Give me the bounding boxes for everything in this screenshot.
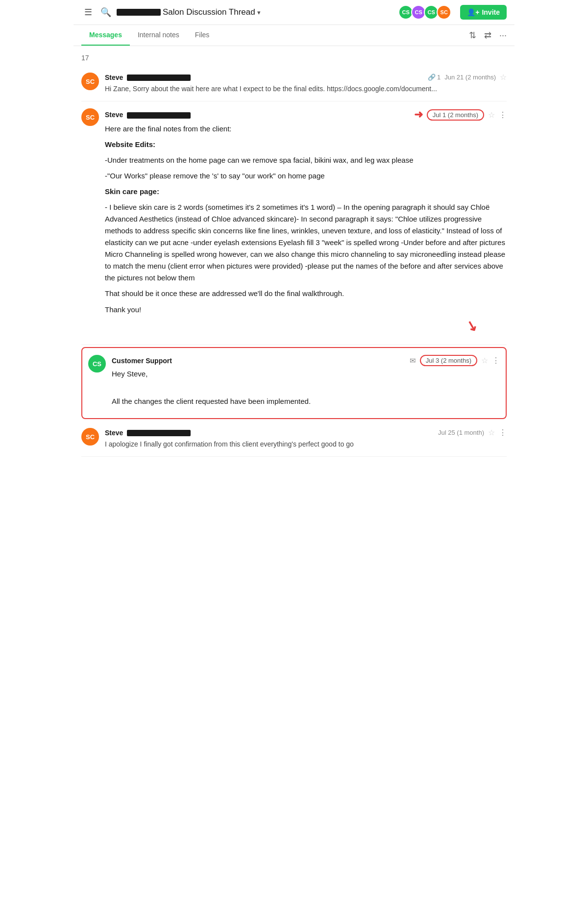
avatar-msg1: SC (81, 73, 99, 90)
message-3-content: Hey Steve, All the changes the client re… (112, 368, 500, 407)
annotation-arrow-down-container: ↘ (105, 318, 507, 334)
sender-name-4-redacted (127, 430, 191, 436)
msg2-website-title: Website Edits: (105, 139, 507, 150)
message-3-body: Customer Support ✉ Jul 3 (2 months) ☆ ⋮ … (112, 355, 500, 411)
app-header: ☰ 🔍 Salon Discussion Thread ▾ CS CS CS S… (74, 0, 514, 25)
avatar-sc: SC (437, 5, 451, 20)
message-1: SC Steve 🔗 1 Jun 21 (2 months) ☆ Hi Zane… (81, 66, 507, 101)
message-4-body: Steve Jul 25 (1 month) ☆ ⋮ I apologize I… (105, 428, 507, 449)
msg3-body: All the changes the client requested hav… (112, 396, 500, 407)
conversation-title: Salon Discussion Thread ▾ (117, 7, 261, 17)
invite-label: Invite (482, 8, 500, 16)
message-3-header: Customer Support ✉ Jul 3 (2 months) ☆ ⋮ (112, 355, 500, 366)
annotation-arrow-down: ↘ (464, 317, 479, 335)
timestamp-1: Jun 21 (2 months) (444, 74, 496, 81)
website-edits-title: Website Edits: (105, 140, 155, 149)
sender-name-2: Steve (105, 111, 191, 119)
message-2-body: Steve ➜ Jul 1 (2 months) ☆ ⋮ Here are th… (105, 108, 507, 338)
message-1-body: Steve 🔗 1 Jun 21 (2 months) ☆ Hi Zane, S… (105, 73, 507, 94)
more-2[interactable]: ⋮ (499, 110, 507, 120)
sort-icon[interactable]: ⇅ (469, 30, 476, 41)
link-icon: 🔗 (428, 74, 436, 81)
link-count-1: 🔗 1 (428, 74, 441, 81)
email-icon: ✉ (410, 356, 416, 365)
tab-actions: ⇅ ⇄ ··· (469, 30, 507, 41)
avatar-msg2: SC (81, 108, 99, 126)
sender-name-4: Steve (105, 429, 191, 437)
thread-count: 17 (74, 46, 514, 66)
message-4-header: Steve Jul 25 (1 month) ☆ ⋮ (105, 428, 507, 437)
tab-internal-notes[interactable]: Internal notes (130, 25, 187, 46)
message-4: SC Steve Jul 25 (1 month) ☆ ⋮ I apologiz… (81, 421, 507, 457)
timestamp-4: Jul 25 (1 month) (438, 429, 484, 436)
refresh-icon[interactable]: ⇄ (484, 30, 491, 41)
message-2-content: Here are the final notes from the client… (105, 123, 507, 299)
more-4[interactable]: ⋮ (499, 428, 507, 437)
message-3-meta: ✉ Jul 3 (2 months) ☆ ⋮ (410, 355, 500, 366)
message-2-meta: ➜ Jul 1 (2 months) ☆ ⋮ (414, 108, 507, 121)
timestamp-3: Jul 3 (2 months) (420, 355, 477, 366)
header-left: ☰ 🔍 Salon Discussion Thread ▾ (81, 5, 393, 19)
title-text: Salon Discussion Thread (163, 7, 255, 17)
search-button[interactable]: 🔍 (99, 5, 113, 19)
message-2: SC Steve ➜ Jul 1 (2 months) ☆ ⋮ Here are… (81, 101, 507, 345)
sender-name-3: Customer Support (112, 357, 172, 365)
title-chevron-icon[interactable]: ▾ (257, 9, 261, 16)
tab-messages[interactable]: Messages (81, 25, 130, 46)
star-3[interactable]: ☆ (481, 356, 488, 365)
tab-files[interactable]: Files (187, 25, 218, 46)
msg2-closing: That should be it once these are address… (105, 288, 507, 299)
star-2[interactable]: ☆ (488, 110, 495, 120)
avatar-msg4: SC (81, 428, 99, 446)
message-1-header: Steve 🔗 1 Jun 21 (2 months) ☆ (105, 73, 507, 82)
msg2-website-item-2: -"Our Works" please remove the 's' to sa… (105, 170, 507, 182)
link-count-value: 1 (437, 74, 441, 81)
timestamp-2: Jul 1 (2 months) (427, 109, 484, 121)
message-2-header: Steve ➜ Jul 1 (2 months) ☆ ⋮ (105, 108, 507, 121)
more-icon[interactable]: ··· (499, 30, 507, 41)
message-1-meta: 🔗 1 Jun 21 (2 months) ☆ (428, 73, 507, 82)
invite-button[interactable]: 👤+ Invite (460, 5, 507, 20)
msg2-skincare-title: Skin care page: (105, 186, 507, 198)
tab-bar: Messages Internal notes Files ⇅ ⇄ ··· (74, 25, 514, 46)
star-4[interactable]: ☆ (488, 428, 495, 437)
sender-name-2-redacted (127, 112, 191, 119)
title-redacted (117, 9, 161, 16)
participant-avatars: CS CS CS SC (398, 5, 451, 20)
message-3: CS Customer Support ✉ Jul 3 (2 months) ☆… (81, 347, 507, 419)
msg2-signoff: Thank you! (105, 305, 507, 314)
star-1[interactable]: ☆ (500, 73, 507, 82)
more-3[interactable]: ⋮ (492, 356, 500, 365)
annotation-arrow-right: ➜ (414, 108, 423, 121)
msg3-greeting: Hey Steve, (112, 368, 500, 380)
skincare-title: Skin care page: (105, 187, 159, 196)
message-4-meta: Jul 25 (1 month) ☆ ⋮ (438, 428, 507, 437)
invite-icon: 👤+ (467, 8, 479, 16)
sidebar-toggle-button[interactable]: ☰ (81, 5, 95, 19)
msg2-skincare-item-1: - I believe skin care is 2 words (someti… (105, 201, 507, 284)
msg2-website-item-1: -Under treatments on the home page can w… (105, 154, 507, 166)
sender-name-1: Steve (105, 74, 191, 81)
message-1-preview: Hi Zane, Sorry about the wait here are w… (105, 84, 507, 94)
sender-name-1-redacted (127, 75, 191, 81)
messages-list: SC Steve 🔗 1 Jun 21 (2 months) ☆ Hi Zane… (74, 66, 514, 457)
avatar-msg3: CS (88, 355, 106, 373)
msg2-intro: Here are the final notes from the client… (105, 123, 507, 135)
message-4-preview: I apologize I finally got confirmation f… (105, 439, 507, 449)
